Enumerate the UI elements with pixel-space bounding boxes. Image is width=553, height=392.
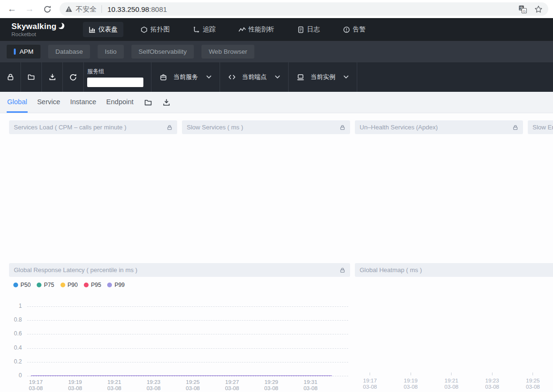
x-axis-time: 19:23 [485, 378, 499, 384]
nav-item-trace[interactable]: 追踪 [187, 22, 221, 37]
lock-icon [513, 124, 518, 131]
nav-item-label: 追踪 [203, 25, 216, 34]
scope-tab-label: Instance [70, 98, 96, 106]
x-axis-date: 03-08 [404, 384, 418, 390]
x-axis-label: 19:25 03-08 [173, 379, 212, 392]
chevron-down-icon [206, 75, 211, 79]
latency-y-tick-label: 0.6 [0, 330, 22, 337]
latency-y-tick-label: 0.4 [0, 344, 22, 351]
topology-icon [141, 26, 148, 33]
scope-tab-label: Global [7, 98, 27, 106]
import-template-button[interactable] [21, 62, 42, 92]
security-label[interactable]: 不安全 [76, 5, 97, 14]
category-tab-label: Web Browser [209, 48, 247, 55]
tab-endpoint[interactable]: Endpoint [106, 92, 134, 113]
legend-label: P50 [20, 282, 30, 288]
refresh-button[interactable] [63, 62, 84, 92]
svg-text:G: G [523, 9, 525, 13]
legend-label: P99 [114, 282, 124, 288]
browser-back-button[interactable]: ← [6, 3, 18, 15]
category-tab-strip: APM Database Istio SelfObservability Web… [0, 41, 553, 62]
legend-item[interactable]: P50 [13, 282, 30, 288]
legend-label: P95 [91, 282, 101, 288]
translate-button[interactable]: 文 G [519, 5, 527, 13]
category-tab-istio[interactable]: Istio [98, 45, 124, 59]
dashboard-toolbar: 服务组 当前服务 当前端点 当前实例 [0, 62, 553, 92]
current-service-selector[interactable]: 当前服务 [151, 62, 220, 92]
download-icon [162, 98, 171, 107]
service-icon [160, 74, 167, 81]
panel-global-latency: Global Response Latency ( percentile in … [9, 263, 350, 277]
scope-tab-label: Service [37, 98, 60, 106]
current-instance-selector[interactable]: 当前实例 [289, 62, 357, 92]
tab-global[interactable]: Global [7, 92, 28, 113]
browser-reload-button[interactable] [41, 3, 53, 15]
tab-service[interactable]: Service [37, 92, 60, 113]
nav-item-label: 性能剖析 [249, 25, 274, 34]
x-axis-time: 19:17 [363, 378, 377, 384]
panel-unhealth-services: Un–Health Services (Apdex) [355, 120, 523, 134]
address-bar[interactable]: 不安全 10.33.250.98:8081 文 G [60, 2, 548, 16]
nav-item-label: 日志 [307, 25, 320, 34]
panel-lock-button[interactable] [167, 124, 172, 131]
export-template-button[interactable] [42, 62, 63, 92]
profile-icon [239, 26, 246, 33]
active-indicator-bar [14, 49, 16, 55]
nav-item-alarm[interactable]: 告警 [337, 22, 372, 37]
x-axis-date: 03-08 [55, 385, 94, 392]
service-group-input[interactable] [87, 78, 143, 87]
x-axis-label: 19:29 03-08 [251, 379, 291, 392]
nav-item-log[interactable]: 日志 [292, 22, 326, 37]
x-axis-time: 19:17 [16, 379, 55, 385]
nav-item-profile[interactable]: 性能剖析 [233, 22, 280, 37]
nav-item-dashboard[interactable]: 仪表盘 [83, 22, 124, 37]
x-axis-time: 19:19 [404, 378, 418, 384]
browser-chrome: ← → 不安全 10.33.250.98:8081 文 G [0, 0, 553, 18]
panel-title: Global Heatmap ( ms ) [360, 266, 422, 274]
category-tab-label: Istio [105, 48, 117, 55]
category-tab-label: SelfObservability [139, 48, 187, 55]
nav-item-topology[interactable]: 拓扑图 [135, 22, 176, 37]
x-axis-date: 03-08 [95, 385, 134, 392]
bookmark-star-button[interactable] [534, 5, 543, 13]
category-tab-selfobservability[interactable]: SelfObservability [131, 45, 194, 59]
refresh-icon [69, 73, 77, 81]
current-instance-label: 当前实例 [311, 73, 335, 81]
category-tab-web-browser[interactable]: Web Browser [201, 45, 254, 59]
x-axis-date: 03-08 [16, 385, 55, 392]
import-dashboard-button[interactable] [144, 92, 152, 113]
chevron-down-icon [343, 75, 349, 79]
axis-tick-mark [411, 372, 411, 375]
chevron-down-icon [275, 75, 280, 79]
x-axis-label: 19:23 03-08 [134, 379, 173, 392]
logo-subtitle: Rocketbot [11, 31, 65, 37]
browser-forward-button[interactable]: → [24, 3, 35, 15]
x-axis-label: 19:25 03-08 [513, 372, 553, 390]
trace-icon [193, 26, 200, 33]
tab-instance[interactable]: Instance [70, 92, 97, 113]
axis-tick-mark [451, 372, 452, 375]
nav-item-label: 拓扑图 [151, 25, 170, 34]
panel-global-heatmap: Global Heatmap ( ms ) [355, 263, 553, 277]
app-logo: Skywalking Rocketbot [11, 22, 65, 37]
panel-lock-button[interactable] [340, 124, 345, 131]
legend-item[interactable]: P90 [60, 282, 78, 288]
current-endpoint-selector[interactable]: 当前端点 [220, 62, 289, 92]
star-icon [534, 5, 543, 13]
latency-y-tick-label: 0 [0, 372, 22, 379]
legend-item[interactable]: P99 [107, 282, 124, 288]
url-text[interactable]: 10.33.250.98:8081 [108, 5, 167, 13]
legend-item[interactable]: P95 [84, 282, 101, 288]
lock-icon [7, 73, 14, 81]
legend-item[interactable]: P75 [37, 282, 54, 288]
crescent-logo-icon [58, 22, 65, 29]
panel-lock-button[interactable] [513, 124, 518, 131]
lock-template-button[interactable] [0, 62, 21, 92]
x-axis-time: 19:29 [251, 379, 291, 385]
export-dashboard-button[interactable] [162, 92, 171, 113]
legend-color-dot [37, 283, 41, 287]
category-tab-apm[interactable]: APM [7, 45, 40, 59]
panel-lock-button[interactable] [340, 267, 345, 274]
category-tab-database[interactable]: Database [48, 45, 90, 59]
x-axis-date: 03-08 [173, 385, 212, 392]
